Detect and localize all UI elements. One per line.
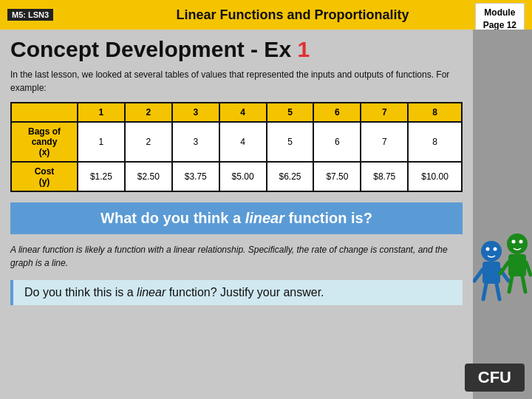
col-header-5: 5 — [267, 103, 314, 122]
col-header-1: 1 — [78, 103, 125, 122]
module-lesson-badge: M5: LSN3 — [7, 9, 53, 21]
table-header-row-label — [11, 103, 78, 122]
row1-val-4: 4 — [219, 122, 267, 162]
col-header-4: 4 — [219, 103, 267, 122]
concept-title: Concept Development - Ex 1 — [10, 37, 463, 62]
svg-line-5 — [497, 284, 499, 299]
answer-text: A linear function is likely a function w… — [10, 243, 463, 270]
row1-val-3: 3 — [172, 122, 219, 162]
svg-point-14 — [512, 240, 516, 244]
row2-val-7: $8.75 — [361, 162, 408, 191]
svg-rect-1 — [482, 262, 500, 284]
row1-val-8: 8 — [408, 122, 462, 162]
col-header-7: 7 — [361, 103, 408, 122]
row2-header: Cost(y) — [11, 162, 78, 191]
row1-val-5: 5 — [267, 122, 314, 162]
svg-point-0 — [481, 241, 502, 262]
row1-val-2: 2 — [125, 122, 172, 162]
svg-line-12 — [509, 276, 512, 292]
row1-val-1: 1 — [78, 122, 125, 162]
question1-box: What do you think a linear function is? — [10, 202, 463, 234]
svg-line-4 — [483, 284, 486, 299]
svg-point-8 — [507, 233, 528, 254]
svg-rect-9 — [508, 254, 526, 276]
right-panel — [473, 30, 532, 399]
concept-title-prefix: Concept Development - Ex — [10, 37, 297, 61]
module-label: Module — [484, 7, 515, 18]
svg-line-10 — [500, 262, 508, 273]
col-header-2: 2 — [125, 103, 172, 122]
row2-val-6: $7.50 — [313, 162, 361, 191]
function-table: 1 2 3 4 5 6 7 8 Bags ofcandy(x) 1 2 3 4 — [10, 102, 463, 192]
row2-val-3: $3.75 — [172, 162, 219, 191]
question2-italic: linear — [137, 286, 166, 299]
question2-suffix: function? Justify your answer. — [166, 286, 324, 299]
row2-val-8: $10.00 — [408, 162, 462, 191]
row2-val-5: $6.25 — [267, 162, 314, 191]
main-layout: Concept Development - Ex 1 In the last l… — [0, 30, 532, 399]
cfu-badge: CFU — [465, 364, 525, 392]
question1-prefix: What do you think a — [100, 210, 245, 226]
concept-title-highlight: 1 — [297, 37, 310, 61]
row2-val-2: $2.50 — [125, 162, 172, 191]
svg-line-2 — [474, 270, 482, 281]
characters-svg — [473, 207, 532, 355]
svg-line-11 — [526, 262, 531, 275]
header-bar: M5: LSN3 Linear Functions and Proportion… — [0, 0, 532, 30]
svg-point-7 — [494, 248, 497, 251]
svg-line-13 — [522, 276, 525, 292]
question1-italic: linear — [245, 210, 284, 226]
question1-suffix: function is? — [284, 210, 372, 226]
page-label: Page 12 — [483, 20, 516, 30]
svg-point-15 — [519, 240, 523, 244]
row1-header: Bags ofcandy(x) — [11, 122, 78, 162]
col-header-6: 6 — [313, 103, 361, 122]
col-header-8: 8 — [408, 103, 462, 122]
row2-val-1: $1.25 — [78, 162, 125, 191]
question2-box: Do you think this is a linear function? … — [10, 280, 463, 305]
header-title: Linear Functions and Proportionality — [61, 7, 525, 23]
intro-text: In the last lesson, we looked at several… — [10, 68, 463, 95]
row2-val-4: $5.00 — [219, 162, 267, 191]
col-header-3: 3 — [172, 103, 219, 122]
content-area: Concept Development - Ex 1 In the last l… — [0, 30, 473, 399]
svg-point-6 — [486, 248, 490, 251]
question2-prefix: Do you think this is a — [24, 286, 137, 299]
row1-val-6: 6 — [313, 122, 361, 162]
row1-val-7: 7 — [361, 122, 408, 162]
